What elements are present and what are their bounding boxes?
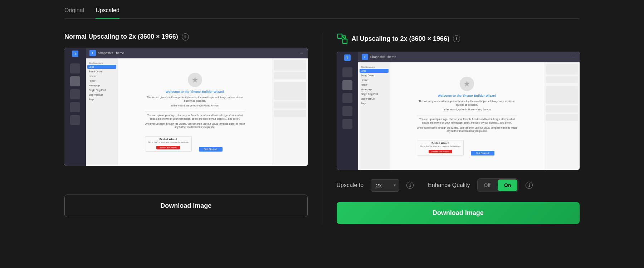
ss-divider-left (145, 111, 245, 111)
svg-rect-2 (343, 39, 347, 43)
ss-wizard-text4-left: Once you've been through the wizard, you… (145, 122, 245, 129)
tab-upscaled[interactable]: Upscaled (96, 7, 119, 19)
ss-sidebar-left: T (64, 48, 86, 166)
ss-wizard-title-left: Welcome to the Theme Builder Wizard (166, 90, 224, 94)
ss-topbar-right: T Shapeshift Theme ··· (358, 52, 580, 62)
upscale-label: Upscale to (337, 182, 364, 188)
ss-icon1 (70, 63, 80, 73)
ss-icon4 (70, 102, 80, 112)
enhance-toggle[interactable]: Off On (477, 178, 519, 192)
ss-topbar-title-left: Shapeshift Theme (98, 51, 297, 55)
ss-icon4-r (342, 106, 352, 116)
ss-right-right (544, 62, 580, 170)
ss-icon3 (70, 89, 80, 99)
ss-wizard-text2-left: In the wizard, we've built everything fo… (171, 104, 219, 107)
normal-upscale-column: Normal Upscaling to 2x (3600 × 1966) ℹ T (64, 33, 308, 224)
svg-rect-1 (338, 34, 342, 38)
ss-start-btn-right: Get Started! (471, 151, 494, 155)
ss-wizard-text3-left: You can upload your logo, choose your fa… (145, 114, 245, 121)
ss-icon5-r (342, 119, 352, 129)
ss-content-row-left: Site Structure Logo Brand Colour Header … (86, 58, 308, 166)
ai-upscale-column: AI Upscaling to 2x (3600 × 1966) ℹ T (337, 33, 580, 224)
ss-nav-right: Site Structure Logo Brand Colour Header … (358, 62, 390, 170)
ss-right-left (272, 58, 308, 166)
ss-logo-right: T (344, 54, 351, 61)
ss-icon5 (70, 115, 80, 125)
ss-start-btn-left: Get Started! (199, 147, 223, 152)
ai-title: AI Upscaling to 2x (3600 × 1966) (352, 35, 450, 43)
tab-original[interactable]: Original (64, 7, 84, 19)
ss-topbar-logo-right: T (362, 54, 368, 60)
ai-info-icon[interactable]: ℹ (453, 35, 460, 42)
normal-info-icon[interactable]: ℹ (182, 33, 189, 40)
ss-restart-box-right: Restart Wizard Go to the 1st step and re… (417, 140, 464, 155)
ai-section-header: AI Upscaling to 2x (3600 × 1966) ℹ (337, 33, 580, 44)
ss-center-left: Welcome to the Theme Builder Wizard This… (118, 58, 272, 166)
ss-topbar-title-right: Shapeshift Theme (370, 55, 569, 59)
ss-sidebar-right: T (337, 52, 358, 170)
ss-restart-btn-right: Restart the Wizard (429, 150, 452, 153)
ss-wizard-text4-right: Once you've been through the wizard, you… (417, 126, 517, 133)
ss-icon3-r (342, 93, 352, 103)
ai-upscale-icon (337, 33, 348, 44)
ai-download-button[interactable]: Download Image (337, 202, 580, 224)
ss-wizard-left: Welcome to the Theme Builder Wizard This… (145, 73, 245, 152)
ss-wizard-text1-left: This wizard gives you the opportunity to… (145, 96, 245, 103)
controls-area: Upscale to 1x 2x 4x ▾ ℹ Enhance Quality … (337, 178, 580, 192)
ai-image-preview: T T Shapeshift Theme (337, 52, 580, 170)
ss-nav-left: Site Structure Logo Brand Colour Header … (86, 58, 118, 166)
ss-restart-btn-left: Restart the Wizard (156, 146, 180, 149)
ss-content-row-right: Site Structure Logo Brand Colour Header … (358, 62, 580, 170)
normal-title: Normal Upscaling to 2x (3600 × 1966) (64, 33, 178, 40)
ss-wizard-icon-right (460, 77, 474, 91)
tabs-container: Original Upscaled (64, 7, 580, 19)
ss-wizard-icon-left (188, 73, 202, 87)
ss-wizard-title-right: Welcome to the Theme Builder Wizard (438, 94, 496, 97)
normal-image-preview: T T Shapeshift Theme (64, 48, 308, 166)
ss-wizard-text2-right: In the wizard, we've built everything fo… (443, 108, 491, 111)
normal-download-button[interactable]: Download Image (64, 195, 308, 217)
upscale-select[interactable]: 1x 2x 4x (371, 179, 399, 192)
ss-logo-left: T (72, 51, 78, 57)
ss-icon1-r (342, 67, 352, 77)
ss-topbar-logo-left: T (89, 50, 96, 56)
upscale-select-wrapper: 1x 2x 4x ▾ (371, 179, 399, 192)
enhance-label: Enhance Quality (428, 182, 470, 188)
ss-topbar-dots-left: ··· (299, 51, 304, 56)
ss-icon2-r (342, 80, 352, 90)
ss-wizard-right: Welcome to the Theme Builder Wizard This… (417, 77, 517, 156)
ss-divider-right (417, 115, 517, 115)
upscale-info-icon[interactable]: ℹ (406, 182, 414, 189)
ss-icon2 (70, 76, 80, 86)
toggle-on[interactable]: On (498, 180, 517, 191)
ss-topbar-dots-right: ··· (571, 54, 576, 59)
ss-wizard-text3-right: You can upload your logo, choose your fa… (417, 118, 517, 125)
ss-center-right: Welcome to the Theme Builder Wizard This… (390, 62, 544, 170)
enhance-info-icon[interactable]: ℹ (526, 182, 533, 189)
ss-main-left: T Shapeshift Theme ··· Site Structure Lo… (86, 48, 308, 166)
ss-main-right: T Shapeshift Theme ··· Site Structure Lo… (358, 52, 580, 170)
ss-wizard-text1-right: This wizard gives you the opportunity to… (417, 100, 517, 107)
normal-section-header: Normal Upscaling to 2x (3600 × 1966) ℹ (64, 33, 308, 40)
column-separator (322, 33, 322, 224)
ss-restart-box-left: Restart Wizard Go to the 1st step and re… (145, 136, 192, 152)
toggle-off[interactable]: Off (478, 180, 497, 191)
ss-topbar-left: T Shapeshift Theme ··· (86, 48, 308, 58)
